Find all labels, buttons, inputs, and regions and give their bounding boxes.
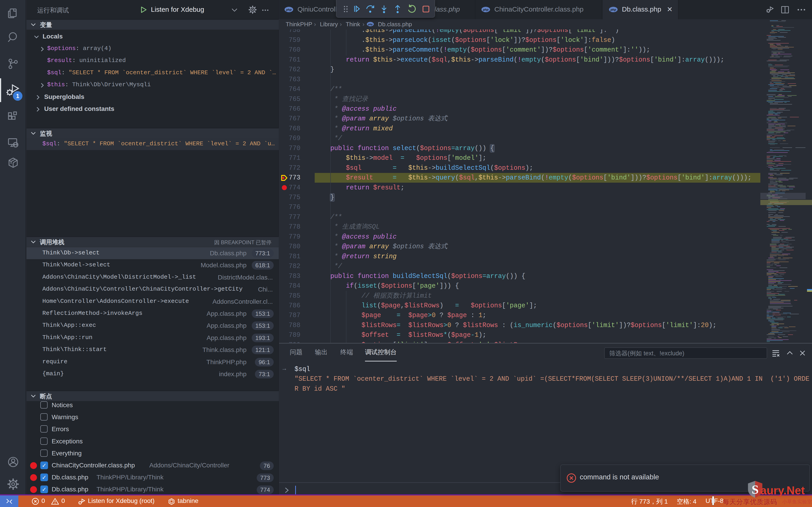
svg-text:php: php xyxy=(483,8,489,11)
svg-text:php: php xyxy=(368,23,373,25)
svg-text:S: S xyxy=(752,482,759,496)
svg-text:php: php xyxy=(286,8,292,11)
svg-text:php: php xyxy=(610,8,616,11)
